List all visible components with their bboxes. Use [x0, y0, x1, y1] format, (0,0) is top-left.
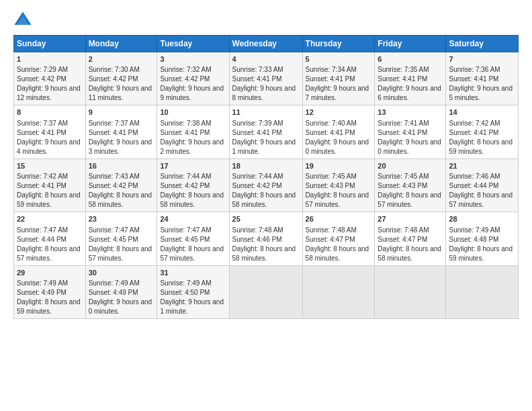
daylight-label: Daylight: 8 hours and 58 minutes.	[160, 191, 224, 208]
sunrise-text: Sunrise: 7:29 AM	[17, 66, 68, 73]
day-number: 31	[160, 268, 226, 278]
sunset-text: Sunset: 4:41 PM	[449, 75, 498, 83]
sunset-text: Sunset: 4:49 PM	[89, 289, 138, 296]
calendar-week-2: 8Sunrise: 7:37 AMSunset: 4:41 PMDaylight…	[14, 105, 519, 158]
calendar-week-3: 15Sunrise: 7:42 AMSunset: 4:41 PMDayligh…	[14, 158, 519, 212]
daylight-label: Daylight: 8 hours and 57 minutes.	[306, 191, 369, 208]
calendar-table: SundayMondayTuesdayWednesdayThursdayFrid…	[13, 35, 519, 319]
calendar-cell: 16Sunrise: 7:43 AMSunset: 4:42 PMDayligh…	[85, 158, 157, 212]
calendar-week-5: 29Sunrise: 7:49 AMSunset: 4:49 PMDayligh…	[14, 265, 519, 318]
sunrise-text: Sunrise: 7:37 AM	[89, 120, 140, 127]
sunrise-text: Sunrise: 7:46 AM	[449, 173, 500, 180]
sunrise-text: Sunrise: 7:49 AM	[89, 279, 140, 287]
day-number: 6	[378, 54, 443, 64]
day-number: 1	[17, 54, 83, 64]
sunrise-text: Sunrise: 7:33 AM	[232, 66, 283, 73]
calendar-cell: 4Sunrise: 7:33 AMSunset: 4:41 PMDaylight…	[229, 52, 302, 105]
sunset-text: Sunset: 4:41 PM	[232, 129, 282, 136]
calendar-cell: 25Sunrise: 7:48 AMSunset: 4:46 PMDayligh…	[229, 212, 302, 265]
daylight-label: Daylight: 9 hours and 0 minutes.	[89, 298, 152, 315]
calendar-cell: 28Sunrise: 7:49 AMSunset: 4:48 PMDayligh…	[446, 212, 519, 265]
sunset-text: Sunset: 4:41 PM	[306, 129, 355, 136]
sunrise-text: Sunrise: 7:49 AM	[160, 279, 211, 287]
calendar-cell: 10Sunrise: 7:38 AMSunset: 4:41 PMDayligh…	[157, 105, 229, 158]
calendar-cell: 21Sunrise: 7:46 AMSunset: 4:44 PMDayligh…	[446, 158, 519, 212]
calendar-page: SundayMondayTuesdayWednesdayThursdayFrid…	[0, 0, 532, 411]
calendar-header-row: SundayMondayTuesdayWednesdayThursdayFrid…	[14, 36, 519, 52]
day-number: 5	[306, 54, 372, 64]
calendar-cell: 17Sunrise: 7:44 AMSunset: 4:42 PMDayligh…	[157, 158, 229, 212]
day-number: 17	[160, 161, 226, 171]
calendar-cell: 9Sunrise: 7:37 AMSunset: 4:41 PMDaylight…	[85, 105, 157, 158]
day-header-wednesday: Wednesday	[229, 36, 302, 52]
daylight-label: Daylight: 8 hours and 58 minutes.	[232, 191, 296, 208]
sunset-text: Sunset: 4:42 PM	[160, 182, 210, 189]
sunrise-text: Sunrise: 7:47 AM	[89, 226, 140, 234]
daylight-label: Daylight: 9 hours and 1 minute.	[232, 138, 296, 155]
sunrise-text: Sunrise: 7:47 AM	[17, 226, 68, 234]
sunrise-text: Sunrise: 7:44 AM	[160, 173, 211, 180]
calendar-cell: 27Sunrise: 7:48 AMSunset: 4:47 PMDayligh…	[375, 212, 446, 265]
calendar-cell: 7Sunrise: 7:36 AMSunset: 4:41 PMDaylight…	[446, 52, 519, 105]
logo	[13, 11, 34, 30]
day-number: 23	[89, 214, 154, 224]
day-number: 16	[89, 161, 154, 171]
sunrise-text: Sunrise: 7:43 AM	[89, 173, 140, 180]
daylight-label: Daylight: 8 hours and 59 minutes.	[449, 138, 513, 155]
day-number: 15	[17, 161, 83, 171]
calendar-cell: 12Sunrise: 7:40 AMSunset: 4:41 PMDayligh…	[302, 105, 375, 158]
calendar-cell: 29Sunrise: 7:49 AMSunset: 4:49 PMDayligh…	[14, 265, 86, 318]
sunset-text: Sunset: 4:42 PM	[232, 182, 282, 189]
daylight-label: Daylight: 8 hours and 57 minutes.	[160, 245, 224, 262]
daylight-label: Daylight: 8 hours and 57 minutes.	[89, 245, 152, 262]
sunrise-text: Sunrise: 7:44 AM	[232, 173, 283, 180]
daylight-label: Daylight: 9 hours and 4 minutes.	[17, 138, 81, 155]
day-number: 19	[306, 161, 372, 171]
calendar-cell: 11Sunrise: 7:39 AMSunset: 4:41 PMDayligh…	[229, 105, 302, 158]
sunrise-text: Sunrise: 7:38 AM	[160, 120, 211, 127]
day-number: 10	[160, 107, 226, 118]
sunset-text: Sunset: 4:43 PM	[378, 182, 427, 189]
daylight-label: Daylight: 9 hours and 7 minutes.	[306, 85, 369, 101]
day-number: 8	[17, 107, 83, 118]
calendar-cell: 22Sunrise: 7:47 AMSunset: 4:44 PMDayligh…	[14, 212, 86, 265]
sunrise-text: Sunrise: 7:42 AM	[449, 120, 500, 127]
day-number: 28	[449, 214, 515, 224]
day-number: 9	[89, 107, 154, 118]
daylight-label: Daylight: 8 hours and 58 minutes.	[232, 245, 296, 262]
daylight-label: Daylight: 9 hours and 0 minutes.	[378, 138, 441, 155]
sunset-text: Sunset: 4:41 PM	[378, 129, 427, 136]
sunset-text: Sunset: 4:44 PM	[17, 236, 66, 243]
day-number: 29	[17, 268, 83, 278]
calendar-cell: 19Sunrise: 7:45 AMSunset: 4:43 PMDayligh…	[302, 158, 375, 212]
daylight-label: Daylight: 8 hours and 59 minutes.	[17, 191, 81, 208]
header	[13, 11, 519, 30]
sunset-text: Sunset: 4:41 PM	[89, 129, 138, 136]
sunset-text: Sunset: 4:44 PM	[449, 182, 498, 189]
sunset-text: Sunset: 4:41 PM	[449, 129, 498, 136]
daylight-label: Daylight: 9 hours and 12 minutes.	[17, 85, 81, 101]
daylight-label: Daylight: 9 hours and 2 minutes.	[160, 138, 224, 155]
sunrise-text: Sunrise: 7:45 AM	[378, 173, 429, 180]
calendar-cell: 13Sunrise: 7:41 AMSunset: 4:41 PMDayligh…	[375, 105, 446, 158]
calendar-cell	[375, 265, 446, 318]
day-header-saturday: Saturday	[446, 36, 519, 52]
sunset-text: Sunset: 4:42 PM	[160, 75, 210, 83]
daylight-label: Daylight: 8 hours and 59 minutes.	[449, 245, 513, 262]
sunset-text: Sunset: 4:41 PM	[232, 75, 282, 83]
daylight-label: Daylight: 9 hours and 5 minutes.	[449, 85, 513, 101]
sunset-text: Sunset: 4:48 PM	[449, 236, 498, 243]
calendar-cell: 3Sunrise: 7:32 AMSunset: 4:42 PMDaylight…	[157, 52, 229, 105]
day-number: 25	[232, 214, 300, 224]
sunrise-text: Sunrise: 7:35 AM	[378, 66, 429, 73]
sunrise-text: Sunrise: 7:32 AM	[160, 66, 211, 73]
daylight-label: Daylight: 8 hours and 57 minutes.	[17, 245, 81, 262]
calendar-cell: 18Sunrise: 7:44 AMSunset: 4:42 PMDayligh…	[229, 158, 302, 212]
day-header-sunday: Sunday	[14, 36, 86, 52]
day-number: 21	[449, 161, 515, 171]
sunrise-text: Sunrise: 7:48 AM	[306, 226, 357, 234]
calendar-cell: 15Sunrise: 7:42 AMSunset: 4:41 PMDayligh…	[14, 158, 86, 212]
sunrise-text: Sunrise: 7:45 AM	[306, 173, 357, 180]
day-number: 2	[89, 54, 154, 64]
sunrise-text: Sunrise: 7:37 AM	[17, 120, 68, 127]
